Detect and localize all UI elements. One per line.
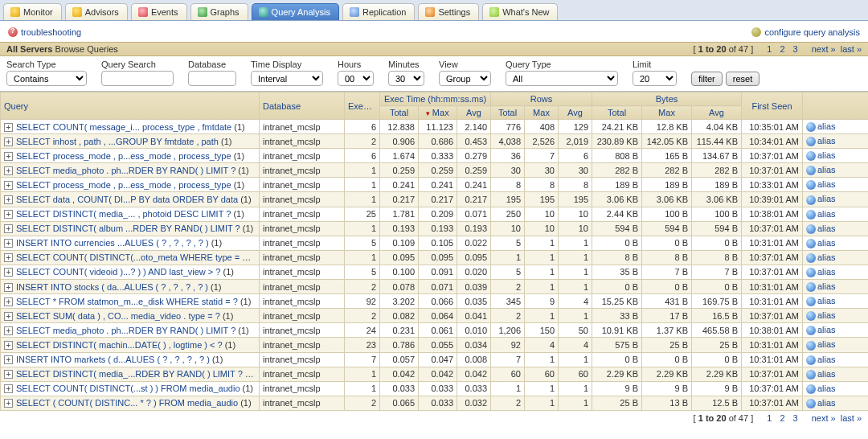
info-icon[interactable]: [806, 399, 816, 408]
query-link[interactable]: INSERT INTO currencies ...ALUES ( ? , ? …: [16, 238, 209, 248]
col-et-total[interactable]: Total: [380, 106, 419, 120]
expand-icon[interactable]: +: [4, 137, 13, 146]
page-1-bottom[interactable]: 1: [765, 413, 773, 423]
query-link[interactable]: SELECT process_mode , p...ess_mode , pro…: [16, 180, 231, 190]
info-icon[interactable]: [806, 341, 816, 351]
col-r-total[interactable]: Total: [491, 106, 525, 120]
query-link[interactable]: SELECT COUNT( DISTINCT(...oto_meta WHERE…: [16, 252, 251, 262]
expand-icon[interactable]: +: [4, 283, 13, 292]
info-icon[interactable]: [806, 384, 816, 394]
query-link[interactable]: SELECT media_photo . ph...RDER BY RAND( …: [16, 326, 235, 335]
expand-icon[interactable]: +: [4, 181, 13, 190]
alias-link[interactable]: alias: [817, 281, 836, 291]
expand-icon[interactable]: +: [4, 195, 13, 204]
expand-icon[interactable]: +: [4, 152, 13, 161]
info-icon[interactable]: [806, 370, 816, 380]
col-b-avg[interactable]: Avg: [692, 106, 742, 120]
query-link[interactable]: SELECT media_photo . ph...RDER BY RAND( …: [16, 166, 235, 175]
query-link[interactable]: SELECT DISTINCT( machin...DATE( ) , logt…: [16, 340, 223, 350]
pager-next-bottom[interactable]: next »: [812, 413, 836, 423]
query-link[interactable]: SELECT COUNT( DISTINCT(...st ) ) FROM me…: [16, 384, 240, 393]
tab-query-analysis[interactable]: Query Analysis: [252, 3, 339, 20]
col-b-total[interactable]: Total: [592, 106, 642, 120]
col-et-avg[interactable]: Avg: [457, 106, 491, 120]
query-link[interactable]: SELECT COUNT( message_i... process_type …: [16, 122, 231, 132]
info-icon[interactable]: [806, 268, 816, 277]
query-link[interactable]: SELECT process_mode , p...ess_mode , pro…: [16, 151, 231, 161]
col-et-max[interactable]: Max: [419, 106, 457, 120]
pager-next[interactable]: next »: [812, 44, 836, 54]
expand-icon[interactable]: +: [4, 239, 13, 248]
info-icon[interactable]: [806, 210, 816, 220]
info-icon[interactable]: [806, 253, 816, 263]
expand-icon[interactable]: +: [4, 224, 13, 233]
page-3[interactable]: 3: [792, 44, 800, 54]
info-icon[interactable]: [806, 224, 816, 234]
info-icon[interactable]: [806, 355, 816, 365]
alias-link[interactable]: alias: [817, 224, 836, 233]
expand-icon[interactable]: +: [4, 384, 13, 393]
page-2[interactable]: 2: [778, 44, 786, 54]
alias-link[interactable]: alias: [817, 267, 836, 277]
info-icon[interactable]: [806, 137, 816, 146]
col-b-max[interactable]: Max: [642, 106, 692, 120]
info-icon[interactable]: [806, 166, 816, 175]
query-link[interactable]: SELECT DISTINCT( media_... , photoid DES…: [16, 209, 231, 219]
alias-link[interactable]: alias: [817, 325, 836, 334]
pager-last[interactable]: last »: [841, 44, 862, 54]
expand-icon[interactable]: +: [4, 312, 13, 321]
query-link[interactable]: SELECT ( COUNT( DISTINC... * ? ) FROM me…: [16, 398, 238, 408]
alias-link[interactable]: alias: [817, 355, 836, 364]
alias-link[interactable]: alias: [817, 384, 836, 393]
query-search-input[interactable]: [101, 71, 174, 86]
query-link[interactable]: SELECT data , COUNT( DI...P BY data ORDE…: [16, 195, 238, 204]
alias-link[interactable]: alias: [817, 150, 836, 160]
expand-icon[interactable]: +: [4, 123, 13, 132]
expand-icon[interactable]: +: [4, 341, 13, 350]
configure-link[interactable]: configure query analysis: [764, 27, 860, 37]
col-query[interactable]: Query: [1, 92, 260, 120]
alias-link[interactable]: alias: [817, 310, 836, 320]
col-first-seen[interactable]: First Seen: [742, 92, 803, 120]
tab-graphs[interactable]: Graphs: [190, 3, 248, 20]
col-r-avg[interactable]: Avg: [559, 106, 592, 120]
info-icon[interactable]: [806, 195, 816, 205]
database-input[interactable]: [188, 71, 236, 86]
info-icon[interactable]: [806, 239, 816, 248]
col-r-max[interactable]: Max: [525, 106, 559, 120]
alias-link[interactable]: alias: [817, 369, 836, 379]
query-link[interactable]: SELECT DISTINCT( album ...RDER BY RAND( …: [16, 224, 240, 233]
expand-icon[interactable]: +: [4, 210, 13, 219]
limit-select[interactable]: 20: [633, 71, 677, 86]
info-icon[interactable]: [806, 282, 816, 292]
expand-icon[interactable]: +: [4, 253, 13, 262]
hours-select[interactable]: 00: [338, 71, 374, 86]
alias-link[interactable]: alias: [817, 194, 836, 203]
alias-link[interactable]: alias: [817, 209, 836, 219]
query-link[interactable]: SELECT DISTINCT( media_...RDER BY RAND( …: [16, 369, 243, 379]
query-link[interactable]: SELECT inhost , path , ...GROUP BY fmtda…: [16, 137, 219, 146]
info-icon[interactable]: [806, 311, 816, 321]
alias-link[interactable]: alias: [817, 339, 836, 349]
tab-advisors[interactable]: Advisors: [65, 3, 128, 20]
info-icon[interactable]: [806, 326, 816, 335]
view-select[interactable]: Group: [439, 71, 491, 86]
info-icon[interactable]: [806, 122, 816, 132]
query-type-select[interactable]: All: [506, 71, 618, 86]
alias-link[interactable]: alias: [817, 296, 836, 306]
expand-icon[interactable]: +: [4, 399, 13, 408]
query-link[interactable]: SELECT SUM( data ) , CO... media_video .…: [16, 311, 220, 321]
query-link[interactable]: SELECT COUNT( videoid )...? ) ) AND last…: [16, 267, 220, 277]
page-1[interactable]: 1: [765, 44, 773, 54]
pager-last-bottom[interactable]: last »: [841, 413, 862, 423]
time-display-select[interactable]: Interval: [251, 71, 323, 86]
alias-link[interactable]: alias: [817, 238, 836, 248]
alias-link[interactable]: alias: [817, 179, 836, 189]
expand-icon[interactable]: +: [4, 166, 13, 175]
col-database[interactable]: Database: [260, 92, 345, 120]
filter-button[interactable]: filter: [691, 72, 723, 86]
tab-events[interactable]: Events: [131, 3, 187, 20]
tab-replication[interactable]: Replication: [342, 3, 415, 20]
expand-icon[interactable]: +: [4, 297, 13, 306]
alias-link[interactable]: alias: [817, 121, 836, 131]
